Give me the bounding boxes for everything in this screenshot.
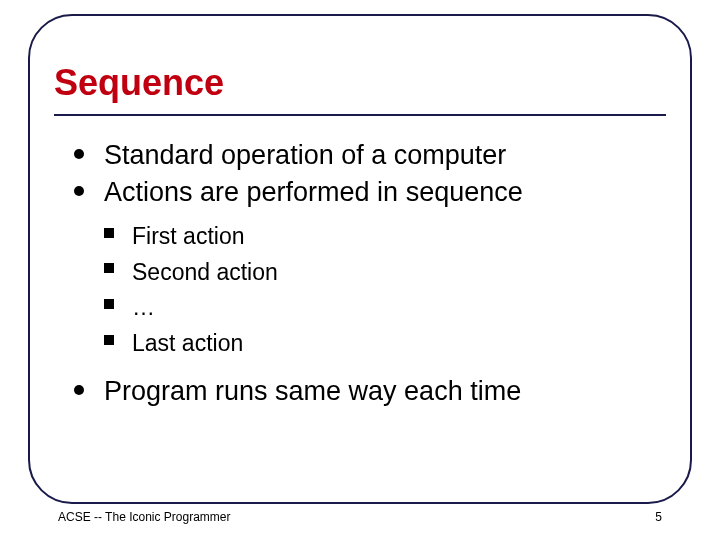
bullet-list-level2: First action Second action … Last action	[104, 219, 660, 362]
bullet-text: …	[132, 294, 155, 320]
bullet-list-level1: Standard operation of a computer Actions…	[74, 138, 660, 408]
list-item: First action	[104, 219, 660, 255]
bullet-text: Program runs same way each time	[104, 376, 521, 406]
bullet-text: Second action	[132, 259, 278, 285]
slide-content: Standard operation of a computer Actions…	[74, 138, 660, 410]
list-item: Last action	[104, 326, 660, 362]
slide-title: Sequence	[54, 62, 666, 116]
list-item: …	[104, 290, 660, 326]
list-item: Standard operation of a computer	[74, 138, 660, 173]
bullet-text: First action	[132, 223, 244, 249]
list-item: Second action	[104, 255, 660, 291]
bullet-text: Standard operation of a computer	[104, 140, 506, 170]
bullet-text: Actions are performed in sequence	[104, 177, 523, 207]
list-item: Program runs same way each time	[74, 374, 660, 409]
footer-left: ACSE -- The Iconic Programmer	[58, 510, 231, 524]
slide: Sequence Standard operation of a compute…	[0, 0, 720, 540]
slide-number: 5	[655, 510, 662, 524]
bullet-text: Last action	[132, 330, 243, 356]
list-item: Actions are performed in sequence First …	[74, 175, 660, 362]
